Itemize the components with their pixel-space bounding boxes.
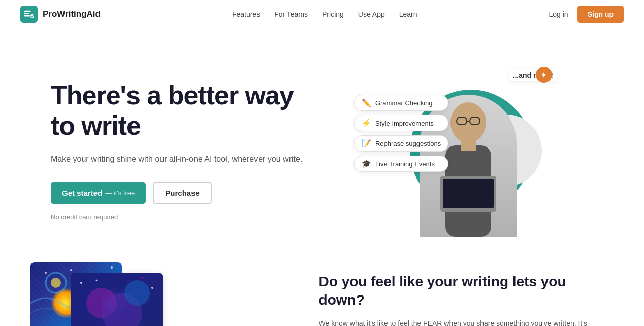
svg-point-23 [124,280,150,306]
svg-point-14 [45,272,47,274]
svg-point-4 [450,102,486,143]
svg-rect-9 [461,140,476,151]
hero-right: ...and more! [338,59,603,242]
svg-rect-2 [24,15,30,16]
training-label: Live Training Events [375,160,435,168]
grammar-icon: ✏️ [362,98,371,107]
nav-learn[interactable]: Learn [399,10,417,18]
hero-left: There's a better way to write Make your … [51,80,305,220]
section-two-text: We know what it's like to feel the FEAR … [319,318,603,326]
painting-fg [71,273,163,326]
logo-text: ProWritingAid [43,9,101,19]
svg-rect-0 [24,10,31,12]
nav-features[interactable]: Features [232,10,260,18]
hero-subtitle: Make your writing shine with our all-in-… [51,153,305,166]
section-two: My idea in my head Do you feel like your… [0,262,644,326]
svg-point-17 [111,266,113,269]
no-credit-text: No credit card required [51,213,305,221]
purchase-button[interactable]: Purchase [153,182,212,204]
logo-link[interactable]: ProWritingAid [20,6,101,23]
svg-rect-1 [24,13,29,14]
star-badge: ✦ [536,67,552,83]
svg-rect-11 [443,179,494,208]
style-label: Style Improvements [375,120,434,127]
free-label: — it's free [105,189,135,197]
hero-section: There's a better way to write Make your … [0,28,644,262]
navbar: ProWritingAid Features For Teams Pricing… [0,0,644,28]
hero-buttons: Get started — it's free Purchase [51,182,305,204]
svg-point-12 [46,273,66,293]
get-started-label: Get started [62,189,102,197]
svg-point-15 [70,269,72,271]
feature-pills: ✏️ Grammar Checking ⚡ Style Improvements… [354,95,448,172]
pill-grammar: ✏️ Grammar Checking [354,95,448,111]
svg-point-26 [151,287,153,289]
pill-training: 🎓 Live Training Events [354,156,448,172]
nav-right: Log in Sign up [549,6,624,23]
section-two-left: My idea in my head [30,262,288,326]
svg-point-24 [80,282,82,284]
hero-illustration: ...and more! [384,64,557,237]
section-two-title: Do you feel like your writing lets you d… [319,273,603,310]
svg-point-27 [142,277,143,279]
rephrase-icon: 📝 [362,139,371,148]
get-started-button[interactable]: Get started — it's free [51,182,146,204]
nav-links: Features For Teams Pricing Use App Learn [232,10,417,19]
pill-rephrase: 📝 Rephrase suggestions [354,135,448,152]
svg-point-25 [96,280,98,281]
section-two-right: Do you feel like your writing lets you d… [319,262,603,326]
training-icon: 🎓 [362,159,371,168]
painting-stack: My idea in my head [30,262,208,326]
login-button[interactable]: Log in [549,10,568,18]
logo-icon [20,6,38,23]
rephrase-label: Rephrase suggestions [375,140,441,147]
svg-point-13 [51,278,61,288]
style-icon: ⚡ [362,118,371,128]
nav-for-teams[interactable]: For Teams [274,10,308,18]
grammar-label: Grammar Checking [375,99,433,107]
hero-title: There's a better way to write [51,80,305,141]
signup-button[interactable]: Sign up [577,6,624,23]
pill-style: ⚡ Style Improvements [354,115,448,131]
nav-use-app[interactable]: Use App [358,10,385,18]
nav-pricing[interactable]: Pricing [322,10,344,18]
